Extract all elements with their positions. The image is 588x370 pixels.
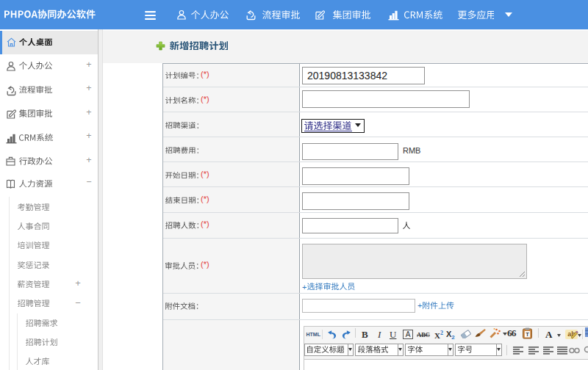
svg-text:T: T bbox=[526, 331, 529, 338]
